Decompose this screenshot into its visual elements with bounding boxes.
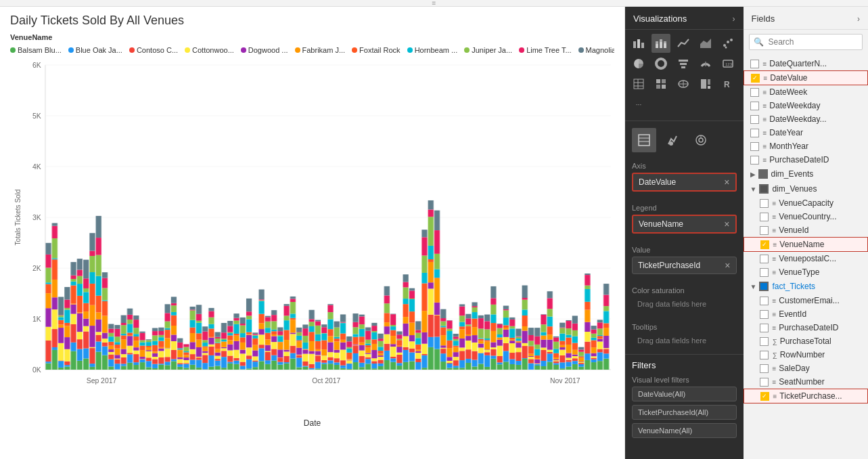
field-checkbox-venuecapacity[interactable] <box>760 199 769 208</box>
field-checkbox-monthyear[interactable] <box>750 142 759 151</box>
field-checkbox-venueid[interactable] <box>760 226 769 235</box>
table-icon[interactable] <box>629 74 648 93</box>
field-checkbox-dateyear[interactable] <box>750 129 759 137</box>
field-checkbox-venuetype[interactable] <box>760 268 769 277</box>
filter-datevalue[interactable]: DateValue(All) <box>632 387 737 401</box>
field-row-dateweek[interactable]: ≡ DateWeek <box>744 85 868 99</box>
field-row-dateweekday[interactable]: ≡ DateWeekday <box>744 99 868 112</box>
pie-chart-icon[interactable] <box>629 54 648 73</box>
more-visuals-icon[interactable]: ··· <box>629 95 648 114</box>
field-row-rownumber[interactable]: ∑ RowNumber <box>744 348 868 362</box>
field-checkbox-customeremail[interactable] <box>760 297 769 305</box>
field-row-venuecapacity[interactable]: ≡ VenueCapacity <box>744 196 868 210</box>
field-checkbox-rownumber[interactable] <box>760 351 769 359</box>
svg-rect-19 <box>633 41 636 48</box>
legend-section: Legend VenueName × <box>625 198 744 240</box>
field-row-venuepostal[interactable]: ≡ VenuepostalC... <box>744 252 868 265</box>
value-field-box[interactable]: TicketPurchaseId × <box>632 257 737 274</box>
field-row-venuecountry[interactable]: ≡ VenueCountry... <box>744 210 868 223</box>
stacked-bar-active-icon[interactable] <box>652 34 670 53</box>
gauge-icon[interactable] <box>696 54 715 73</box>
fields-close-button[interactable]: › <box>857 14 860 24</box>
legend-item: Lime Tree T... <box>519 46 571 54</box>
color-saturation-section: Color saturation Drag data fields here <box>625 281 744 318</box>
value-clear-button[interactable]: × <box>725 260 730 271</box>
area-chart-icon[interactable] <box>696 34 715 53</box>
field-type-dateweekdaylong: ≡ <box>763 116 767 123</box>
field-name-dateweekdaylong: DateWeekday... <box>769 114 826 124</box>
field-row-seatnumber[interactable]: ≡ SeatNumber <box>744 375 868 389</box>
legend-clear-button[interactable]: × <box>724 219 729 230</box>
svg-point-33 <box>656 59 666 68</box>
format-pane-icon[interactable] <box>660 128 685 152</box>
field-name-purchasetotal: PurchaseTotal <box>780 336 831 346</box>
analytics-pane-icon[interactable] <box>689 128 713 152</box>
group-dim-venues[interactable]: ▼ dim_Venues <box>744 181 868 196</box>
funnel-icon[interactable] <box>674 54 693 73</box>
field-row-venuename[interactable]: ✓ ≡ VenueName <box>744 237 868 252</box>
group-fact-tickets[interactable]: ▼ fact_Tickets <box>744 279 868 294</box>
legend-item: Cottonwoo... <box>185 46 234 54</box>
field-checkbox-dateweekdaylong[interactable] <box>750 115 759 124</box>
field-checkbox-purchasetotal[interactable] <box>760 337 769 346</box>
legend-field-box[interactable]: VenueName × <box>632 215 737 234</box>
field-checkbox-datequartern[interactable] <box>750 60 759 68</box>
matrix-icon[interactable] <box>652 74 670 93</box>
field-checkbox-venuepostal[interactable] <box>760 255 769 263</box>
field-row-datevalue[interactable]: ✓ ≡ DateValue <box>744 70 868 85</box>
color-drag-placeholder: Drag data fields here <box>632 297 737 311</box>
field-row-saleday[interactable]: ≡ SaleDay <box>744 362 868 375</box>
field-row-dateyear[interactable]: ≡ DateYear <box>744 126 868 139</box>
field-checkbox-ticketpurchase[interactable]: ✓ <box>760 392 769 401</box>
axis-field-box[interactable]: DateValue × <box>632 173 737 192</box>
donut-icon[interactable] <box>652 54 670 73</box>
filter-ticketpurchaseid[interactable]: TicketPurchaseId(All) <box>632 405 737 420</box>
r-visual-icon[interactable]: R <box>718 74 737 93</box>
filter-venuename[interactable]: VenueName(All) <box>632 423 737 438</box>
field-row-monthyear[interactable]: ≡ MonthYear <box>744 139 868 153</box>
viz-panel-expand[interactable]: › <box>733 14 735 24</box>
field-checkbox-dateweek[interactable] <box>750 88 759 97</box>
legend-item: Hornbeam ... <box>407 46 458 54</box>
axis-section: Axis DateValue × <box>625 156 744 198</box>
field-name-venuepostal: VenuepostalC... <box>779 254 836 263</box>
field-checkbox-venuename[interactable]: ✓ <box>760 240 769 249</box>
field-row-eventid[interactable]: ≡ EventId <box>744 307 868 321</box>
field-row-customeremail[interactable]: ≡ CustomerEmai... <box>744 294 868 307</box>
field-row-purchasedateid2[interactable]: ≡ PurchaseDateID <box>744 321 868 334</box>
field-name-eventid: EventId <box>779 309 806 319</box>
field-checkbox-venuecountry[interactable] <box>760 213 769 221</box>
fields-search-input[interactable] <box>749 34 863 50</box>
card-icon[interactable]: 123 <box>718 54 737 73</box>
field-row-datequartern[interactable]: ≡ DateQuarterN... <box>744 57 868 70</box>
field-checkbox-eventid[interactable] <box>760 310 769 319</box>
field-checkbox-saleday[interactable] <box>760 364 769 373</box>
search-icon: 🔍 <box>754 37 764 47</box>
legend-label: Legend <box>632 204 737 212</box>
legend-item: Contoso C... <box>129 46 178 54</box>
field-row-purchasedateid[interactable]: ≡ PurchaseDateID <box>744 153 868 167</box>
tooltips-drag-placeholder: Drag data fields here <box>632 334 737 347</box>
field-row-dateweekdaylong[interactable]: ≡ DateWeekday... <box>744 112 868 126</box>
field-row-ticketpurchase[interactable]: ✓ ≡ TicketPurchase... <box>744 389 868 403</box>
field-row-venueid[interactable]: ≡ VenueId <box>744 223 868 237</box>
field-checkbox-purchasedateid2[interactable] <box>760 324 769 332</box>
chart-legend-items: Balsam Blu...Blue Oak Ja...Contoso C...C… <box>10 45 614 54</box>
bar-chart-icon[interactable] <box>629 34 648 53</box>
field-checkbox-purchasedateid[interactable] <box>750 156 759 165</box>
line-chart-icon[interactable] <box>674 34 693 53</box>
field-checkbox-datevalue[interactable]: ✓ <box>751 74 760 83</box>
field-checkbox-dateweekday[interactable] <box>750 102 759 110</box>
field-row-venuetype[interactable]: ≡ VenueType <box>744 265 868 279</box>
fields-pane-icon[interactable] <box>632 128 656 152</box>
svg-rect-34 <box>679 60 688 62</box>
field-row-purchasetotal[interactable]: ∑ PurchaseTotal <box>744 334 868 348</box>
scatter-icon[interactable] <box>718 34 737 53</box>
group-venues-arrow: ▼ <box>750 185 757 193</box>
group-dim-events[interactable]: ▶ dim_Events <box>744 167 868 181</box>
field-type-datevalue: ≡ <box>764 74 768 82</box>
axis-clear-button[interactable]: × <box>724 177 729 188</box>
treemap-icon[interactable] <box>696 74 715 93</box>
field-checkbox-seatnumber[interactable] <box>760 378 769 387</box>
map-icon[interactable] <box>674 74 693 93</box>
